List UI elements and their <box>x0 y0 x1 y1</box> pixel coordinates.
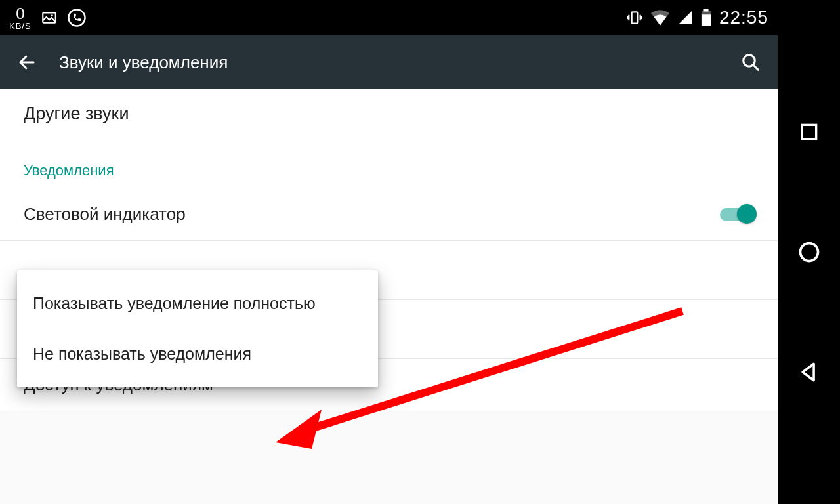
svg-rect-6 <box>704 9 708 12</box>
battery-icon <box>701 9 711 26</box>
status-left: 0 KB/S <box>9 6 87 30</box>
speed-value: 0 <box>9 6 32 22</box>
action-bar: Звуки и уведомления <box>0 35 778 89</box>
popup-menu: Показывать уведомление полностью Не пока… <box>17 270 378 387</box>
svg-point-10 <box>800 243 818 261</box>
nav-home-button[interactable] <box>795 238 823 266</box>
viber-icon <box>67 8 87 28</box>
settings-content: Другие звуки Уведомления Световой индика… <box>0 89 778 504</box>
svg-rect-5 <box>702 14 711 26</box>
search-icon[interactable] <box>741 52 761 72</box>
speed-unit: KB/S <box>9 22 32 30</box>
nav-back-button[interactable] <box>795 358 823 386</box>
status-right: 22:55 <box>626 7 768 28</box>
page-title: Звуки и уведомления <box>59 52 719 73</box>
nav-recent-button[interactable] <box>795 118 823 146</box>
back-arrow-icon[interactable] <box>17 52 37 72</box>
svg-rect-3 <box>632 12 638 23</box>
image-icon <box>41 9 58 26</box>
wifi-icon <box>651 10 669 26</box>
row-light-indicator[interactable]: Световой индикатор <box>0 188 778 241</box>
clock: 22:55 <box>719 7 768 28</box>
device-screen: 0 KB/S 22:55 Звуки и уведомления Другие … <box>0 0 778 504</box>
light-indicator-toggle[interactable] <box>720 208 754 221</box>
signal-icon <box>677 10 693 26</box>
vibrate-icon <box>626 9 643 26</box>
row-other-sounds[interactable]: Другие звуки <box>0 89 778 142</box>
system-nav-bar <box>778 0 840 504</box>
network-speed-indicator: 0 KB/S <box>9 6 32 30</box>
popup-option-hide[interactable]: Не показывать уведомления <box>17 329 378 379</box>
light-indicator-label: Световой индикатор <box>24 204 186 224</box>
popup-option-show-full-label: Показывать уведомление полностью <box>33 294 316 312</box>
status-bar: 0 KB/S 22:55 <box>0 0 778 35</box>
section-header-notifications: Уведомления <box>0 142 778 188</box>
popup-option-hide-label: Не показывать уведомления <box>33 345 251 363</box>
popup-option-show-full[interactable]: Показывать уведомление полностью <box>17 278 378 329</box>
svg-point-1 <box>51 14 53 16</box>
other-sounds-label: Другие звуки <box>24 104 129 123</box>
svg-rect-9 <box>802 125 816 139</box>
svg-point-2 <box>68 10 85 26</box>
